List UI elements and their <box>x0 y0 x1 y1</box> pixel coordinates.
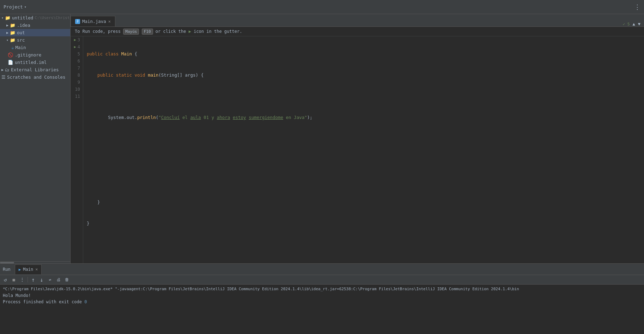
run-tab-label[interactable]: Run <box>3 267 11 272</box>
run-gutter-4[interactable]: ▶ <box>74 43 76 50</box>
sidebar-item-iml[interactable]: 📄 untitled.iml <box>0 59 70 66</box>
line-numbers: ▶3 ▶4 5 6 7 8 9 10 11 <box>71 36 83 263</box>
folder-idea-icon: 📁 <box>10 23 16 28</box>
hint-play-icon: ▶ <box>189 29 191 34</box>
code-line-4: public static void main(String[] args) { <box>87 72 640 79</box>
tab-close-button[interactable]: × <box>108 19 111 24</box>
hint-key1: Mayús <box>123 29 139 35</box>
code-line-5 <box>87 93 640 100</box>
code-line-8 <box>87 156 640 163</box>
toolbar-separator <box>28 277 28 282</box>
console-line-1: *C:\Program Files\Java\jdk-15.0.2\bin\ja… <box>3 286 641 292</box>
console-tab-icon: ▶ <box>19 267 21 272</box>
scratches-icon: ☰ <box>1 74 6 80</box>
print-button[interactable]: 🖨 <box>55 276 62 284</box>
sidebar-out-label: out <box>17 30 25 35</box>
sidebar-idea-label: .idea <box>17 23 30 28</box>
code-line-9 <box>87 178 640 185</box>
code-line-11: } <box>87 220 640 227</box>
code-content[interactable]: public class Main { public static void m… <box>83 36 644 263</box>
java-file-icon: ☕ <box>11 45 14 50</box>
code-line-6: System.out.println("Concluí el aula 01 y… <box>87 114 640 121</box>
sidebar-item-idea[interactable]: ▶ 📁 .idea <box>0 22 70 29</box>
folder-src-icon: 📁 <box>10 37 16 43</box>
sidebar: ▾ 📁 untitled C:\Users\Christian ▶ 📁 .ide… <box>0 14 71 263</box>
line-num-5: 5 <box>72 50 80 58</box>
more-button[interactable]: ⋮ <box>18 276 26 284</box>
expand-libs-arrow: ▶ <box>1 68 4 72</box>
folder-out-icon: 📁 <box>10 30 16 35</box>
sidebar-main-label: Main <box>16 45 26 50</box>
line-num-10: 10 <box>72 86 80 93</box>
title-bar-more[interactable]: ⋮ <box>634 3 640 11</box>
hint-middle: or click the <box>156 29 186 34</box>
java-tab-icon: J <box>75 19 80 24</box>
line-num-8: 8 <box>72 72 80 79</box>
console-line-4: Process finished with exit code 0 <box>3 299 641 305</box>
sidebar-scrollbar[interactable] <box>0 261 70 263</box>
bottom-panel: Run ▶ Main × ↺ ◼ ⋮ ↑ ↓ ⇌ 🖨 🗑 *C:\Program… <box>0 263 644 334</box>
title-bar: Project ▾ ⋮ <box>0 0 644 14</box>
line-num-7: 7 <box>72 65 80 72</box>
sidebar-item-main[interactable]: ☕ Main <box>0 44 70 51</box>
console-tab-close[interactable]: × <box>35 267 38 272</box>
expand-icon[interactable]: ▲ <box>633 22 635 26</box>
sidebar-item-scratches[interactable]: ☰ Scratches and Consoles <box>0 73 70 81</box>
editor-area: J Main.java × ✓ 5 ▲ ▼ To Run code, press… <box>71 14 644 263</box>
main-layout: ▾ 📁 untitled C:\Users\Christian ▶ 📁 .ide… <box>0 14 644 263</box>
sidebar-item-gitignore[interactable]: 🚫 .gitignore <box>0 51 70 59</box>
sidebar-scrollbar-thumb <box>0 262 14 263</box>
sidebar-item-untitled[interactable]: ▾ 📁 untitled C:\Users\Christian <box>0 14 70 22</box>
main-console-tab[interactable]: ▶ Main × <box>15 264 42 274</box>
line-num-11: 11 <box>72 93 80 100</box>
sidebar-item-external-libraries[interactable]: ▶ 🗂 External Libraries <box>0 66 70 73</box>
bottom-toolbar: ↺ ◼ ⋮ ↑ ↓ ⇌ 🖨 🗑 <box>0 275 644 285</box>
sidebar-gitignore-label: .gitignore <box>15 52 41 58</box>
code-line-7 <box>87 135 640 142</box>
console-tab-label: Main <box>23 267 33 272</box>
sidebar-src-label: src <box>17 37 25 43</box>
sidebar-scratches-label: Scratches and Consoles <box>7 74 66 80</box>
line-num-9: 9 <box>72 79 80 86</box>
tab-right-icons: ✓ 5 ▲ ▼ <box>623 22 644 26</box>
sidebar-path: C:\Users\Christian <box>35 16 71 20</box>
project-label: Project <box>4 4 23 10</box>
expand-src-arrow: ▾ <box>6 38 8 42</box>
sidebar-untitled-label: untitled <box>12 15 33 20</box>
expand-out-arrow: ▶ <box>6 31 8 35</box>
bottom-tab-bar: Run ▶ Main × <box>0 264 644 275</box>
collapse-icon[interactable]: ▼ <box>638 22 640 26</box>
clear-button[interactable]: 🗑 <box>63 276 71 284</box>
expand-untitled-arrow: ▾ <box>1 16 4 20</box>
code-line-3: public class Main { <box>87 50 640 58</box>
hint-bar: To Run code, press Mayús F10 or click th… <box>71 27 644 36</box>
tab-filename: Main.java <box>82 19 106 24</box>
editor-tab-main[interactable]: J Main.java × <box>71 16 115 26</box>
soft-wrap-button[interactable]: ⇌ <box>46 276 54 284</box>
project-menu[interactable]: Project ▾ <box>4 4 26 10</box>
line-num-3: ▶3 <box>72 36 80 43</box>
sidebar-iml-label: untitled.iml <box>15 60 47 65</box>
gitignore-icon: 🚫 <box>8 52 13 58</box>
expand-idea-arrow: ▶ <box>6 23 8 27</box>
project-dropdown-arrow: ▾ <box>24 5 26 9</box>
hint-suffix: icon in the gutter. <box>194 29 242 34</box>
console-output[interactable]: *C:\Program Files\Java\jdk-15.0.2\bin\ja… <box>0 285 644 334</box>
console-line-2: Hola Mundo! <box>3 292 641 299</box>
folder-icon: 📁 <box>5 15 11 20</box>
hint-key2: F10 <box>142 29 153 35</box>
line-num-6: 6 <box>72 58 80 65</box>
code-editor[interactable]: ▶3 ▶4 5 6 7 8 9 10 11 public class Main … <box>71 36 644 263</box>
line-num-4: ▶4 <box>72 43 80 50</box>
check-badge: ✓ 5 <box>623 22 630 26</box>
run-gutter-3[interactable]: ▶ <box>74 36 76 43</box>
sidebar-item-out[interactable]: ▶ 📁 out <box>0 29 70 36</box>
code-line-10: } <box>87 199 640 206</box>
sidebar-item-src[interactable]: ▾ 📁 src <box>0 36 70 44</box>
scroll-down-button[interactable]: ↓ <box>38 276 45 284</box>
hint-prefix: To Run code, press <box>75 29 121 34</box>
rerun-button[interactable]: ↺ <box>1 276 9 284</box>
scroll-up-button[interactable]: ↑ <box>29 276 37 284</box>
libraries-icon: 🗂 <box>5 67 10 72</box>
stop-button[interactable]: ◼ <box>10 276 18 284</box>
